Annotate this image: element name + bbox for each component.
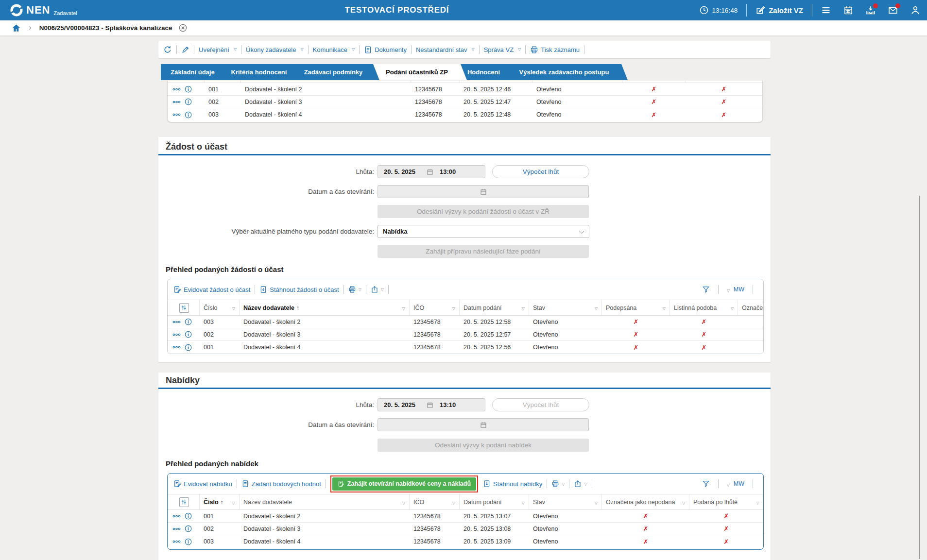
scrollbar[interactable]: [919, 196, 920, 559]
print-table-button[interactable]: [551, 480, 565, 488]
stahnout-zadosti-button[interactable]: Stáhnout žádosti o účast: [259, 286, 339, 293]
tab-podani-ucastniku-zp[interactable]: Podání účastníků ZP: [373, 64, 467, 80]
table-row[interactable]: 002 Dodavatel - školení 3 12345678 20. 5…: [168, 523, 763, 535]
col-stav[interactable]: Stav: [529, 300, 602, 315]
table-row[interactable]: 003 Dodavatel - školení 4 12345678 20. 5…: [168, 108, 762, 121]
filter-icon[interactable]: [232, 305, 235, 311]
lhuta-datetime-input[interactable]: 20. 5. 2025 13:10: [378, 398, 485, 411]
menu-icon[interactable]: [821, 5, 831, 15]
refresh-icon[interactable]: [163, 45, 172, 54]
column-settings-icon[interactable]: [179, 497, 189, 507]
col-datum[interactable]: Datum podání: [460, 300, 529, 315]
menu-uverejneni[interactable]: Uveřejnění: [199, 46, 237, 53]
oteviraci-datetime-input[interactable]: [378, 185, 589, 198]
col-oznacena[interactable]: Označena jako nepodaná: [738, 300, 763, 315]
odeslani-vyzvy-button[interactable]: Odeslání výzvy k podání žádosti o účast …: [378, 205, 589, 218]
messages-button[interactable]: [888, 5, 898, 15]
table-row[interactable]: 002 Dodavatel - školení 3 12345678 20. 5…: [168, 96, 762, 108]
info-icon[interactable]: [185, 538, 192, 545]
zadani-bodovych-hodnot-button[interactable]: Zadání bodových hodnot: [241, 480, 321, 488]
filter-icon[interactable]: [232, 499, 235, 506]
typ-podani-select[interactable]: Nabídka: [378, 225, 589, 238]
tab-vysledek-zadavaciho-postupu[interactable]: Výsledek zadávacího postupu: [507, 64, 628, 80]
filter-icon[interactable]: [402, 499, 405, 506]
col-podepsana[interactable]: Podepsána: [602, 300, 670, 315]
close-icon[interactable]: [178, 23, 188, 33]
vypocet-lhut-button[interactable]: Výpočet lhůt: [492, 398, 589, 411]
home-icon[interactable]: [12, 23, 21, 33]
calendar-icon[interactable]: [427, 402, 433, 408]
filter-icon[interactable]: [595, 305, 598, 311]
create-vz-button[interactable]: Založit VZ: [755, 5, 803, 15]
col-nazev[interactable]: Název dodavatele↑: [240, 300, 410, 315]
menu-ukony-zadavatele[interactable]: Úkony zadavatele: [246, 46, 304, 53]
info-icon[interactable]: [185, 525, 192, 532]
col-datum[interactable]: Datum podání: [460, 494, 529, 509]
inbox-button[interactable]: [866, 5, 876, 15]
col-listinna[interactable]: Listinná podoba: [670, 300, 738, 315]
evidovat-nabidku-button[interactable]: Evidovat nabídku: [173, 480, 232, 488]
table-row[interactable]: 001 Dodavatel - školení 4 12345678 20. 5…: [168, 341, 763, 354]
row-menu-icon[interactable]: [172, 514, 181, 518]
filter-icon[interactable]: [731, 305, 734, 311]
info-icon[interactable]: [185, 98, 192, 105]
col-podana[interactable]: Podaná po lhůtě: [689, 494, 763, 509]
col-nazev[interactable]: Název dodavatele: [240, 494, 410, 509]
filter-icon[interactable]: [522, 305, 525, 311]
filter-icon[interactable]: [756, 499, 759, 506]
filter-icon[interactable]: [402, 305, 405, 311]
col-oznacena[interactable]: Označena jako nepodaná: [602, 494, 689, 509]
menu-nestandardni-stav[interactable]: Nestandardní stav: [416, 46, 475, 53]
filter-icon[interactable]: [452, 499, 455, 506]
col-cislo[interactable]: Číslo: [200, 300, 240, 315]
filter-icon[interactable]: [702, 286, 710, 293]
menu-dokumenty[interactable]: Dokumenty: [364, 46, 407, 54]
info-icon[interactable]: [185, 344, 192, 351]
chevron-down-icon[interactable]: [727, 480, 730, 488]
col-stav[interactable]: Stav: [529, 494, 602, 509]
filter-icon[interactable]: [452, 305, 455, 311]
row-menu-icon[interactable]: [172, 333, 181, 337]
user-icon[interactable]: [910, 5, 920, 15]
calendar-icon[interactable]: [427, 169, 433, 175]
row-menu-icon[interactable]: [172, 527, 181, 531]
breadcrumb-item[interactable]: N006/25/V00004823 - Splašková kanalizace: [39, 24, 172, 32]
row-menu-icon[interactable]: [172, 540, 181, 543]
lhuta-datetime-input[interactable]: 20. 5. 2025 13:00: [378, 165, 485, 178]
row-menu-icon[interactable]: [172, 87, 181, 91]
filter-icon[interactable]: [595, 499, 598, 506]
calendar-icon[interactable]: [843, 5, 853, 15]
table-row[interactable]: 001 Dodavatel - školení 2 12345678 20. 5…: [168, 83, 762, 96]
row-menu-icon[interactable]: [172, 345, 181, 349]
filter-icon[interactable]: [663, 305, 666, 311]
filter-icon[interactable]: [682, 499, 685, 506]
export-button[interactable]: [574, 480, 587, 488]
zahajit-pripravu-button[interactable]: Zahájit přípravu následující fáze podání: [378, 245, 589, 258]
oteviraci-datetime-input[interactable]: [378, 418, 589, 431]
odeslani-vyzvy-button[interactable]: Odeslání výzvy k podání nabídek: [378, 439, 589, 452]
calendar-icon[interactable]: [480, 188, 487, 195]
zahajit-oteviraní-button[interactable]: Zahájit otevírání nabídkové ceny a nákla…: [332, 477, 476, 491]
print-table-button[interactable]: [348, 286, 361, 293]
mw-toggle[interactable]: MW: [734, 286, 744, 293]
col-ico[interactable]: IČO: [410, 494, 460, 509]
table-row[interactable]: 001 Dodavatel - školení 2 12345678 20. 5…: [168, 510, 763, 523]
table-row[interactable]: 003 Dodavatel - školení 2 12345678 20. 5…: [168, 316, 763, 328]
row-menu-icon[interactable]: [172, 100, 181, 104]
filter-icon[interactable]: [702, 480, 710, 488]
vypocet-lhut-button[interactable]: Výpočet lhůt: [492, 165, 589, 178]
row-menu-icon[interactable]: [172, 113, 181, 117]
tab-hodnoceni[interactable]: Hodnoceni: [461, 64, 513, 80]
edit-record-icon[interactable]: [181, 46, 189, 54]
print-record-button[interactable]: Tisk záznamu: [530, 46, 580, 54]
chevron-down-icon[interactable]: [727, 286, 730, 293]
tab-kriteria-hodnoceni[interactable]: Kritéria hodnocení: [224, 64, 300, 80]
row-menu-icon[interactable]: [172, 320, 181, 324]
stahnout-nabidky-button[interactable]: Stáhnout nabídky: [483, 480, 542, 488]
mw-toggle[interactable]: MW: [734, 480, 744, 487]
col-ico[interactable]: IČO: [410, 300, 460, 315]
info-icon[interactable]: [185, 111, 192, 119]
col-cislo[interactable]: Číslo↑: [200, 494, 240, 509]
table-row[interactable]: 003 Dodavatel - školení 4 12345678 20. 5…: [168, 535, 763, 548]
export-button[interactable]: [371, 286, 384, 293]
